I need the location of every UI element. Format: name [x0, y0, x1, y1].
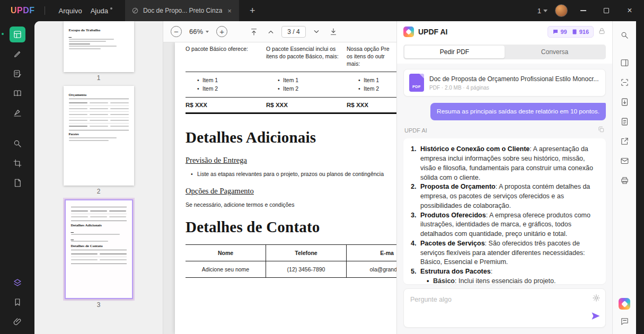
bookmark-button[interactable]: [10, 294, 25, 310]
contact-value-telefone: (12) 3456-7890: [266, 261, 347, 277]
chevron-down-icon: [543, 10, 548, 12]
page-credits-value: 916: [579, 29, 589, 35]
maximize-button[interactable]: [598, 3, 614, 19]
table-bar: [90, 102, 108, 103]
credits-pill[interactable]: 99 916: [548, 26, 594, 38]
updf-window: UPDF Arquivo Ajuda Doc de Propo... Preto…: [0, 0, 644, 334]
zoom-in-button[interactable]: +: [216, 26, 227, 37]
first-page-button[interactable]: [248, 25, 260, 38]
ask-input[interactable]: [410, 296, 587, 303]
response-item-text: :: [491, 268, 492, 275]
feedback-button[interactable]: [617, 314, 632, 329]
thumb-subhead-bar: [71, 236, 127, 240]
compress-button[interactable]: [617, 94, 632, 109]
table-bar: [69, 114, 87, 115]
convert-button[interactable]: [617, 114, 632, 129]
convert-icon: [620, 117, 629, 126]
ai-input-card[interactable]: [403, 288, 606, 328]
chevron-bottom-bar-icon: [329, 27, 338, 37]
zoom-level-dropdown[interactable]: 66%: [187, 28, 211, 36]
page-thumbnails-button[interactable]: [10, 27, 25, 42]
table-bar: [100, 259, 127, 260]
copy-response-button[interactable]: [597, 126, 605, 135]
annotate-button[interactable]: [10, 46, 25, 62]
last-page-button[interactable]: [327, 25, 340, 38]
user-avatar[interactable]: [555, 4, 568, 17]
table-bar: [90, 216, 107, 217]
pdf-file-card[interactable]: PDF Doc de Proposta de Orçamento Profiss…: [403, 69, 606, 96]
previous-page-button[interactable]: [264, 25, 277, 38]
titlebar-divider: [45, 6, 45, 15]
minimize-button[interactable]: [575, 3, 591, 19]
content-area: Escopo do Trabalho 1 Orçamento: [34, 21, 636, 334]
table-bar: [109, 210, 126, 212]
page-thumbnail-2[interactable]: Orçamento Pacotes: [64, 86, 134, 186]
delivery-bullet-text: Liste as etapas relevantes para o projet…: [197, 171, 384, 177]
tab-close-icon[interactable]: ×: [226, 7, 233, 15]
table-bar: [100, 253, 127, 254]
search-document-button[interactable]: [10, 136, 25, 152]
attachment-button[interactable]: [10, 314, 25, 330]
table-bar: [71, 210, 88, 212]
reader-button[interactable]: [10, 85, 25, 101]
share-button[interactable]: [617, 134, 632, 148]
zoom-out-button[interactable]: −: [171, 26, 182, 37]
next-page-button[interactable]: [310, 25, 323, 38]
thumbnail-block: Detalhes Adicionais Detalhes de Contato …: [65, 199, 133, 313]
thumbnail-panel-button[interactable]: [617, 55, 632, 70]
tab-pedir-pdf[interactable]: Pedir PDF: [404, 46, 505, 58]
chat-credits-value: 99: [560, 29, 567, 35]
menu-ajuda[interactable]: Ajuda: [86, 5, 112, 17]
document-column: − 66% + 3 / 4: [163, 21, 396, 334]
file-name: Doc de Proposta de Orçamento Profissiona…: [429, 75, 598, 83]
document-tab[interactable]: Doc de Propo... Preto Cinza ×: [125, 0, 239, 21]
text-line-bar: [69, 39, 114, 40]
table-bar: [90, 120, 108, 121]
close-button[interactable]: ×: [622, 3, 638, 19]
updf-ai-button[interactable]: [619, 298, 630, 310]
text-line-bar: [69, 43, 90, 45]
updf-ai-panel: UPDF AI 99 916: [396, 21, 612, 334]
package-items: Item 1 Item 2: [347, 76, 396, 94]
prompt-ideas-icon: [592, 294, 601, 302]
table-bar: [109, 216, 126, 217]
print-button[interactable]: [617, 173, 632, 188]
package-header-premium: Nossa opção Pre os itens do outr mais:: [347, 45, 396, 72]
bookmark-icon: [13, 297, 22, 307]
sign-button[interactable]: [10, 105, 25, 121]
document-viewport[interactable]: O pacote Básico oferece: O pacote Essenc…: [163, 42, 396, 334]
response-item: Histórico e Conexão com o Cliente: A apr…: [411, 145, 598, 182]
page-credit-icon: [571, 29, 578, 35]
panel-icon: [620, 58, 629, 67]
layers-button[interactable]: [10, 275, 25, 291]
search-icon: [620, 31, 629, 40]
search-button[interactable]: [617, 28, 632, 42]
thumb-heading: Detalhes Adicionais: [71, 223, 127, 227]
page-thumbnail-1[interactable]: Escopo do Trabalho: [64, 21, 134, 72]
left-tool-rail: [0, 21, 34, 334]
crop-pages-button[interactable]: [10, 155, 25, 171]
send-plane-icon: [591, 311, 601, 321]
thumb-mini-table: [71, 207, 127, 221]
prompt-ideas-button[interactable]: [592, 294, 601, 304]
page-number-input[interactable]: 3 / 4: [281, 26, 306, 38]
file-info: Doc de Proposta de Orçamento Profissiona…: [429, 75, 598, 91]
response-item: Estrutura dos Pacotes:: [411, 267, 598, 277]
zoom-level-value: 66%: [189, 28, 203, 36]
page-thumbnail-3-selected[interactable]: Detalhes Adicionais Detalhes de Contato: [65, 199, 133, 299]
lock-button[interactable]: [598, 27, 606, 37]
chat-credits: 99: [552, 29, 567, 35]
contact-table: Nome Telefone E-ma Adicione seu nome (12…: [186, 244, 396, 278]
tab-count-dropdown[interactable]: 1: [537, 7, 548, 15]
new-tab-button[interactable]: +: [246, 5, 259, 16]
extract-pages-button[interactable]: [10, 175, 25, 191]
page-thumbnails-icon: [13, 30, 22, 39]
tab-conversa[interactable]: Conversa: [505, 46, 605, 58]
edit-button[interactable]: [10, 66, 25, 82]
menu-arquivo[interactable]: Arquivo: [55, 5, 86, 17]
titlebar-right: 1 ×: [537, 3, 638, 19]
ocr-icon: [620, 78, 629, 87]
mail-button[interactable]: [617, 153, 632, 168]
send-button[interactable]: [591, 311, 601, 323]
ocr-button[interactable]: [617, 75, 632, 90]
